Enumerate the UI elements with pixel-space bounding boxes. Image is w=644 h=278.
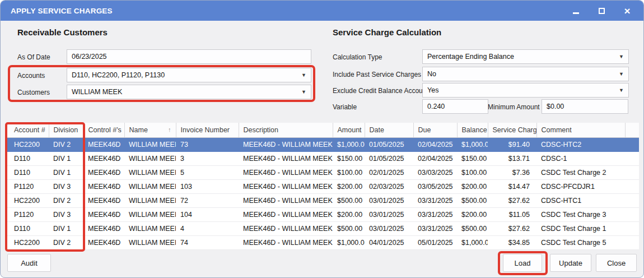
- audit-button[interactable]: Audit: [7, 254, 51, 272]
- calculation-type-dropdown[interactable]: Percentage Ending Balance ▼: [422, 49, 629, 64]
- cell-balance: $1,000.00: [457, 137, 488, 151]
- table-row[interactable]: HC2200DIV 2MEEK46DWILLIAM MEEK72MEEK46D …: [6, 193, 639, 207]
- cell-balance: $150.00: [457, 151, 488, 165]
- cell-division: DIV 1: [49, 151, 83, 165]
- accounts-dropdown[interactable]: D110, HC2200, P1120, P1130 ▼: [67, 68, 311, 82]
- cell-date: 02/01/2025: [365, 165, 413, 179]
- cell-name: WILLIAM MEEK: [124, 179, 176, 193]
- maximize-icon: [599, 8, 605, 14]
- service-charges-table: Account #DivisionControl #'sName↑Invoice…: [6, 123, 639, 250]
- cell-name: WILLIAM MEEK: [124, 235, 176, 249]
- cell-service-charge: $27.62: [488, 221, 536, 235]
- cell-service-charge: $27.62: [488, 193, 536, 207]
- cell-division: DIV 3: [49, 179, 83, 193]
- column-header-comment[interactable]: Comment: [536, 123, 625, 137]
- cell-due: 02/04/2025: [413, 151, 457, 165]
- minimize-button[interactable]: [563, 1, 589, 21]
- cell-description: MEEK46D - WILLIAM MEEK: [239, 235, 333, 249]
- window-controls: ×: [563, 1, 640, 21]
- customers-value: WILLIAM MEEK: [72, 88, 298, 96]
- cell-balance: $500.00: [457, 193, 488, 207]
- exclude-credit-balance-accounts-dropdown[interactable]: Yes ▼: [422, 83, 629, 98]
- column-header-date[interactable]: Date: [365, 123, 413, 137]
- cell-name: WILLIAM MEEK: [124, 165, 176, 179]
- customers-dropdown[interactable]: WILLIAM MEEK ▼: [67, 85, 311, 99]
- cell-due: 03/31/2025: [413, 193, 457, 207]
- cell-name: WILLIAM MEEK: [124, 221, 176, 235]
- cell-description: MEEK46D - WILLIAM MEEK: [239, 207, 333, 221]
- column-header-balance[interactable]: Balance: [457, 123, 488, 137]
- column-header-label: Invoice Number: [181, 126, 230, 134]
- cell-date: 03/01/2025: [365, 221, 413, 235]
- table-row[interactable]: HC2200DIV 2MEEK46DWILLIAM MEEK73MEEK46D …: [6, 137, 639, 151]
- table-header-row: Account #DivisionControl #'sName↑Invoice…: [6, 123, 639, 137]
- sort-ascending-icon: ↑: [168, 126, 171, 133]
- cell-account: D110: [6, 221, 49, 235]
- cell-account: HC2200: [6, 193, 49, 207]
- column-header-account[interactable]: Account #: [6, 123, 49, 137]
- table-row[interactable]: D110DIV 1MEEK46DWILLIAM MEEK4MEEK46D - W…: [6, 221, 639, 235]
- cell-invoice-number: 72: [176, 193, 239, 207]
- exclude-credit-balance-accounts-label: Exclude Credit Balance Accounts: [333, 87, 432, 95]
- cell-filler: [625, 235, 639, 249]
- column-header-name[interactable]: Name↑: [124, 123, 176, 137]
- close-button[interactable]: Close: [596, 254, 637, 272]
- cell-date: 01/05/2025: [365, 137, 413, 151]
- cell-comment: CDSC-1: [536, 151, 625, 165]
- service-charge-calculation-heading: Service Charge Calculation: [333, 27, 441, 37]
- column-header-division[interactable]: Division: [49, 123, 83, 137]
- column-header-label: Due: [418, 126, 431, 134]
- cell-division: DIV 1: [49, 221, 83, 235]
- cell-name: WILLIAM MEEK: [124, 151, 176, 165]
- column-header-amount[interactable]: Amount: [333, 123, 365, 137]
- column-header-description[interactable]: Description: [239, 123, 333, 137]
- as-of-date-value: 06/23/2025: [72, 53, 306, 61]
- include-past-service-charges-dropdown[interactable]: No ▼: [422, 67, 629, 81]
- column-header-service-charge[interactable]: Service Charge: [488, 123, 536, 137]
- cell-service-charge: $7.36: [488, 165, 536, 179]
- update-button[interactable]: Update: [550, 254, 591, 272]
- cell-account: D110: [6, 151, 49, 165]
- cell-amount: $1,000.00: [333, 235, 365, 249]
- cell-invoice-number: 4: [176, 221, 239, 235]
- column-header-filler: [625, 123, 639, 137]
- accounts-label: Accounts: [17, 72, 45, 80]
- load-button[interactable]: Load: [503, 254, 542, 272]
- column-header-control-s[interactable]: Control #'s: [83, 123, 124, 137]
- column-header-invoice-number[interactable]: Invoice Number: [176, 123, 239, 137]
- cell-comment: CDSC-HTC1: [536, 193, 625, 207]
- cell-invoice-number: 5: [176, 165, 239, 179]
- cell-division: DIV 2: [49, 137, 83, 151]
- cell-service-charge: $14.47: [488, 179, 536, 193]
- table-row[interactable]: D110DIV 1MEEK46DWILLIAM MEEK3MEEK46D - W…: [6, 151, 639, 165]
- titlebar[interactable]: APPLY SERVICE CHARGES ×: [1, 1, 643, 21]
- table-row[interactable]: P1120DIV 3MEEK46DWILLIAM MEEK103MEEK46D …: [6, 179, 639, 193]
- table-row[interactable]: HC2200DIV 2MEEK46DWILLIAM MEEK74MEEK46D …: [6, 235, 639, 249]
- close-window-button[interactable]: ×: [614, 1, 640, 21]
- as-of-date-input[interactable]: 06/23/2025: [67, 49, 311, 64]
- column-header-label: Date: [370, 126, 384, 134]
- cell-comment: CSDC Test Charge 2: [536, 165, 625, 179]
- cell-description: MEEK46D - WILLIAM MEEK: [239, 137, 333, 151]
- cell-control-s: MEEK46D: [83, 193, 124, 207]
- cell-filler: [625, 137, 639, 151]
- minimum-amount-input[interactable]: $0.00: [542, 99, 628, 114]
- cell-filler: [625, 165, 639, 179]
- cell-invoice-number: 103: [176, 179, 239, 193]
- cell-name: WILLIAM MEEK: [124, 137, 176, 151]
- cell-date: 03/01/2025: [365, 193, 413, 207]
- cell-filler: [625, 207, 639, 221]
- cell-due: 02/04/2025: [413, 137, 457, 151]
- cell-control-s: MEEK46D: [83, 179, 124, 193]
- maximize-button[interactable]: [589, 1, 614, 21]
- cell-comment: CSDC Test Charge 3: [536, 207, 625, 221]
- table-row[interactable]: D110DIV 1MEEK46DWILLIAM MEEK5MEEK46D - W…: [6, 165, 639, 179]
- cell-amount: $200.00: [333, 179, 365, 193]
- variable-input[interactable]: 0.240: [422, 99, 488, 114]
- window-title: APPLY SERVICE CHARGES: [11, 7, 113, 15]
- column-header-due[interactable]: Due: [413, 123, 457, 137]
- variable-label: Variable: [333, 103, 357, 111]
- cell-filler: [625, 151, 639, 165]
- cell-control-s: MEEK46D: [83, 207, 124, 221]
- table-row[interactable]: P1120DIV 3MEEK46DWILLIAM MEEK104MEEK46D …: [6, 207, 639, 221]
